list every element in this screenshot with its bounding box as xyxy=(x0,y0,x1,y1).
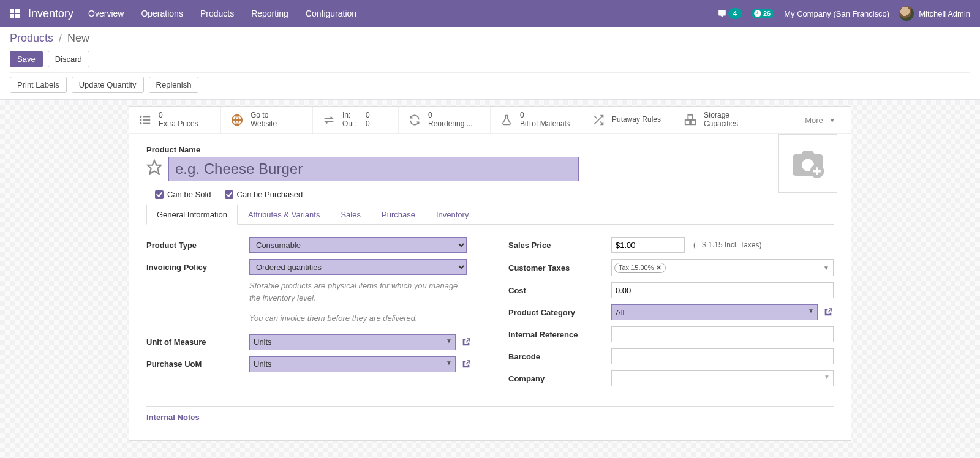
internal-reference-input[interactable] xyxy=(611,326,834,342)
external-link-icon xyxy=(823,307,833,317)
tab-attributes-variants[interactable]: Attributes & Variants xyxy=(238,205,331,225)
uom-label: Unit of Measure xyxy=(146,337,244,347)
menu-overview[interactable]: Overview xyxy=(88,9,124,18)
activities-indicator[interactable]: 26 xyxy=(752,9,774,18)
tax-tag: Tax 15.00% ✕ xyxy=(614,263,666,273)
separator xyxy=(146,406,834,407)
customer-taxes-input[interactable]: Tax 15.00% ✕ ▼ xyxy=(611,259,834,276)
app-brand[interactable]: Inventory xyxy=(28,7,74,20)
transfer-icon xyxy=(322,113,336,127)
stat-extra-prices-label: Extra Prices xyxy=(159,120,198,129)
avatar-icon xyxy=(899,6,914,21)
svg-rect-1 xyxy=(15,9,20,13)
nav-menu: Overview Operations Products Reporting C… xyxy=(88,9,356,18)
can-be-sold-checkbox[interactable]: Can be Sold xyxy=(155,190,211,199)
menu-reporting[interactable]: Reporting xyxy=(251,9,288,18)
company-select[interactable] xyxy=(611,370,834,386)
company-label: Company xyxy=(508,374,606,383)
svg-rect-13 xyxy=(688,115,692,119)
customer-taxes-label: Customer Taxes xyxy=(508,263,606,272)
can-be-purchased-checkbox[interactable]: Can be Purchased xyxy=(225,190,303,199)
product-category-external-link[interactable] xyxy=(823,307,834,318)
chevron-down-icon: ▼ xyxy=(829,117,835,124)
invoicing-policy-label: Invoicing Policy xyxy=(146,263,244,272)
form-sheet: 0Extra Prices Go toWebsite In:0 Out:0 xyxy=(129,106,851,441)
checkbox-checked-icon xyxy=(225,190,233,199)
control-panel: Products / New Save Discard Print Labels… xyxy=(0,27,980,100)
svg-point-9 xyxy=(140,123,141,124)
menu-products[interactable]: Products xyxy=(200,9,234,18)
checkbox-checked-icon xyxy=(155,190,164,199)
sales-price-incl-taxes: (= $ 1.15 Incl. Taxes) xyxy=(693,241,834,249)
stat-extra-prices[interactable]: 0Extra Prices xyxy=(129,107,221,133)
tax-tag-remove[interactable]: ✕ xyxy=(656,264,662,272)
stat-website-l1: Go to xyxy=(251,111,277,120)
product-image-upload[interactable] xyxy=(778,134,837,193)
barcode-label: Barcode xyxy=(508,352,606,361)
tab-inventory[interactable]: Inventory xyxy=(426,205,479,225)
barcode-input[interactable] xyxy=(611,348,834,364)
stat-storage[interactable]: StorageCapacities xyxy=(674,107,766,133)
breadcrumb-products[interactable]: Products xyxy=(10,32,53,44)
globe-icon xyxy=(230,113,244,127)
product-name-input[interactable] xyxy=(168,157,579,181)
stat-bom-value: 0 xyxy=(520,111,570,120)
stat-more[interactable]: More ▼ xyxy=(790,107,851,133)
stat-in-out[interactable]: In:0 Out:0 xyxy=(313,107,399,133)
discard-button[interactable]: Discard xyxy=(48,51,89,67)
tab-sales[interactable]: Sales xyxy=(330,205,371,225)
user-menu[interactable]: Mitchell Admin xyxy=(899,6,970,21)
svg-rect-0 xyxy=(10,9,14,13)
internal-notes-header: Internal Notes xyxy=(129,410,851,440)
sales-price-input[interactable] xyxy=(611,237,685,253)
replenish-button[interactable]: Replenish xyxy=(149,77,199,93)
favorite-star[interactable] xyxy=(146,159,162,175)
uom-external-link[interactable] xyxy=(461,337,472,348)
stat-reorder-value: 0 xyxy=(428,111,473,120)
svg-point-7 xyxy=(140,116,141,118)
purchase-uom-external-link[interactable] xyxy=(461,359,472,370)
stat-website[interactable]: Go toWebsite xyxy=(221,107,313,133)
top-nav: Inventory Overview Operations Products R… xyxy=(0,0,980,27)
stat-website-l2: Website xyxy=(251,120,277,129)
product-name-label: Product Name xyxy=(146,145,834,154)
svg-rect-11 xyxy=(685,120,690,124)
company-switcher[interactable]: My Company (San Francisco) xyxy=(784,9,889,18)
product-category-select[interactable] xyxy=(611,304,818,320)
stat-out-value: 0 xyxy=(366,120,370,129)
uom-select[interactable] xyxy=(249,334,456,350)
help-text-1: Storable products are physical items for… xyxy=(249,280,467,304)
purchase-uom-select[interactable] xyxy=(249,356,456,372)
breadcrumb-sep: / xyxy=(59,32,62,44)
menu-operations[interactable]: Operations xyxy=(141,9,183,18)
invoicing-policy-select[interactable]: Ordered quantities xyxy=(249,259,467,275)
save-button[interactable]: Save xyxy=(10,51,43,67)
sheet-background: 0Extra Prices Go toWebsite In:0 Out:0 xyxy=(0,100,980,458)
product-type-select[interactable]: Consumable xyxy=(249,237,467,253)
help-text-2: You can invoice them before they are del… xyxy=(249,312,467,325)
product-category-label: Product Category xyxy=(508,308,606,317)
stat-more-label: More xyxy=(805,116,823,125)
stat-putaway-label: Putaway Rules xyxy=(612,116,661,124)
apps-icon[interactable] xyxy=(10,9,20,18)
stat-putaway[interactable]: Putaway Rules xyxy=(582,107,674,133)
stat-bom[interactable]: 0Bill of Materials xyxy=(491,107,582,133)
chevron-down-icon: ▼ xyxy=(823,265,829,271)
update-quantity-button[interactable]: Update Quantity xyxy=(72,77,144,93)
cost-label: Cost xyxy=(508,286,606,295)
stat-bar: 0Extra Prices Go toWebsite In:0 Out:0 xyxy=(129,107,851,134)
tab-purchase[interactable]: Purchase xyxy=(371,205,426,225)
tab-general-information[interactable]: General Information xyxy=(146,205,238,225)
stat-reorder-label: Reordering ... xyxy=(428,120,473,129)
cost-input[interactable] xyxy=(611,282,834,298)
print-labels-button[interactable]: Print Labels xyxy=(10,77,67,93)
stat-storage-l1: Storage xyxy=(704,111,738,120)
breadcrumb: Products / New xyxy=(10,32,970,45)
product-type-label: Product Type xyxy=(146,241,244,250)
stat-reordering[interactable]: 0Reordering ... xyxy=(399,107,491,133)
tax-tag-label: Tax 15.00% xyxy=(619,264,654,271)
breadcrumb-current: New xyxy=(67,32,89,44)
menu-configuration[interactable]: Configuration xyxy=(306,9,356,18)
messages-indicator[interactable]: 4 xyxy=(717,8,742,19)
speech-bubble-icon xyxy=(717,9,727,18)
